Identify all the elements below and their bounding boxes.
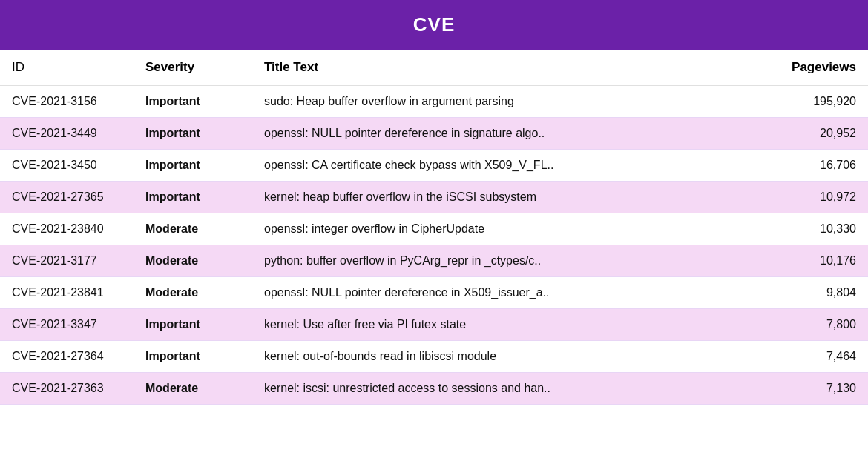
cell-title: kernel: out-of-bounds read in libiscsi m…: [252, 341, 764, 373]
cve-table: ID Severity Title Text Pageviews CVE-202…: [0, 50, 868, 405]
cell-id: CVE-2021-23841: [0, 277, 134, 309]
cell-severity: Important: [134, 86, 252, 118]
cell-id: CVE-2021-27364: [0, 341, 134, 373]
cell-severity: Important: [134, 150, 252, 182]
cell-id: CVE-2021-23840: [0, 213, 134, 245]
cell-id: CVE-2021-3450: [0, 150, 134, 182]
cell-title: openssl: NULL pointer dereference in X50…: [252, 277, 764, 309]
cell-pageviews: 10,330: [764, 213, 868, 245]
cell-pageviews: 7,464: [764, 341, 868, 373]
cell-severity: Important: [134, 182, 252, 213]
col-header-id: ID: [0, 50, 134, 86]
table-row[interactable]: CVE-2021-23840Moderateopenssl: integer o…: [0, 213, 868, 245]
table-row[interactable]: CVE-2021-3347Importantkernel: Use after …: [0, 309, 868, 341]
cell-severity: Moderate: [134, 245, 252, 277]
cell-pageviews: 195,920: [764, 86, 868, 118]
table-row[interactable]: CVE-2021-27363Moderatekernel: iscsi: unr…: [0, 373, 868, 405]
table-row[interactable]: CVE-2021-3450Importantopenssl: CA certif…: [0, 150, 868, 182]
col-header-title: Title Text: [252, 50, 764, 86]
col-header-pageviews: Pageviews: [764, 50, 868, 86]
cell-pageviews: 7,800: [764, 309, 868, 341]
cell-title: python: buffer overflow in PyCArg_repr i…: [252, 245, 764, 277]
cell-title: openssl: NULL pointer dereference in sig…: [252, 118, 764, 150]
cell-title: openssl: integer overflow in CipherUpdat…: [252, 213, 764, 245]
col-header-severity: Severity: [134, 50, 252, 86]
cell-severity: Moderate: [134, 373, 252, 405]
table-row[interactable]: CVE-2021-27365Importantkernel: heap buff…: [0, 182, 868, 213]
cell-pageviews: 16,706: [764, 150, 868, 182]
cell-id: CVE-2021-3449: [0, 118, 134, 150]
table-row[interactable]: CVE-2021-23841Moderateopenssl: NULL poin…: [0, 277, 868, 309]
cell-severity: Important: [134, 118, 252, 150]
cell-pageviews: 9,804: [764, 277, 868, 309]
table-header-row: ID Severity Title Text Pageviews: [0, 50, 868, 86]
cell-id: CVE-2021-3347: [0, 309, 134, 341]
cell-id: CVE-2021-3177: [0, 245, 134, 277]
table-row[interactable]: CVE-2021-3449Importantopenssl: NULL poin…: [0, 118, 868, 150]
cell-id: CVE-2021-27365: [0, 182, 134, 213]
cell-pageviews: 10,176: [764, 245, 868, 277]
cell-id: CVE-2021-3156: [0, 86, 134, 118]
cell-title: kernel: heap buffer overflow in the iSCS…: [252, 182, 764, 213]
cell-severity: Moderate: [134, 277, 252, 309]
cell-title: kernel: iscsi: unrestricted access to se…: [252, 373, 764, 405]
table-row[interactable]: CVE-2021-3156Importantsudo: Heap buffer …: [0, 86, 868, 118]
table-row[interactable]: CVE-2021-27364Importantkernel: out-of-bo…: [0, 341, 868, 373]
cell-title: openssl: CA certificate check bypass wit…: [252, 150, 764, 182]
cell-severity: Important: [134, 309, 252, 341]
cell-id: CVE-2021-27363: [0, 373, 134, 405]
cell-severity: Important: [134, 341, 252, 373]
cell-severity: Moderate: [134, 213, 252, 245]
cell-pageviews: 10,972: [764, 182, 868, 213]
cell-pageviews: 20,952: [764, 118, 868, 150]
table-title: CVE: [0, 0, 868, 50]
cell-pageviews: 7,130: [764, 373, 868, 405]
cve-table-container: CVE ID Severity Title Text Pageviews CVE…: [0, 0, 868, 405]
cell-title: kernel: Use after free via PI futex stat…: [252, 309, 764, 341]
table-row[interactable]: CVE-2021-3177Moderatepython: buffer over…: [0, 245, 868, 277]
cell-title: sudo: Heap buffer overflow in argument p…: [252, 86, 764, 118]
